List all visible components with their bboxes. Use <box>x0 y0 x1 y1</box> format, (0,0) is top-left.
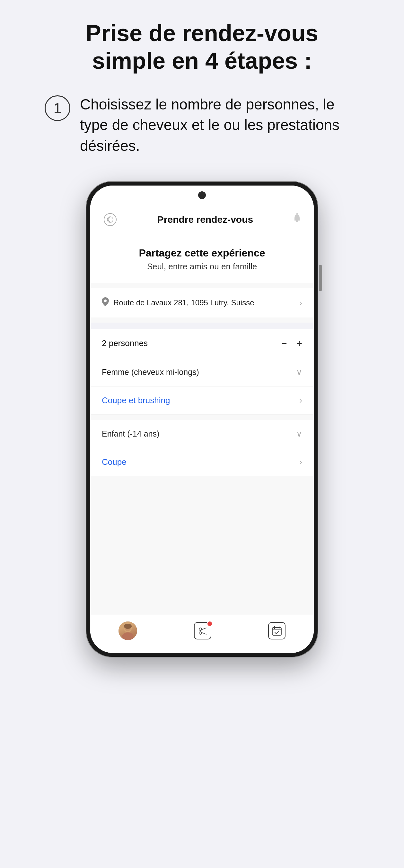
person2-service-chevron-icon: › <box>299 457 302 467</box>
persons-controls: − + <box>281 338 302 349</box>
scissors-badge <box>207 621 212 627</box>
person2-service-row[interactable]: Coupe › <box>90 448 314 476</box>
person1-dropdown-icon: ∨ <box>296 367 302 377</box>
bell-icon[interactable] <box>292 213 302 226</box>
camera-dot <box>198 191 206 199</box>
person1-service-row[interactable]: Coupe et brushing › <box>90 386 314 415</box>
location-left: Route de Lavaux 281, 1095 Lutry, Suisse <box>102 297 254 309</box>
back-icon <box>104 213 117 226</box>
persons-label: 2 personnes <box>102 338 148 348</box>
experience-subtitle: Seul, entre amis ou en famille <box>102 261 302 272</box>
svg-point-6 <box>124 624 132 629</box>
svg-rect-11 <box>272 627 281 635</box>
plus-button[interactable]: + <box>296 338 302 349</box>
nav-item-profile[interactable] <box>118 621 137 640</box>
scissors-box <box>194 622 211 640</box>
person2-hair-type: Enfant (-14 ans) <box>102 429 159 438</box>
phone-wrapper: Prendre rendez-vous Partagez cette expér… <box>13 182 391 657</box>
location-pin-icon <box>102 297 109 309</box>
phone-top-bar <box>90 186 314 205</box>
person1-hair-type: Femme (cheveux mi-longs) <box>102 368 199 377</box>
experience-section: Partagez cette expérience Seul, entre am… <box>90 234 314 283</box>
svg-line-10 <box>201 632 206 634</box>
person1-service-chevron-icon: › <box>299 396 302 405</box>
content-spacer <box>90 476 314 572</box>
app-content: Partagez cette expérience Seul, entre am… <box>90 234 314 615</box>
person2-section: Enfant (-14 ans) ∨ Coupe › <box>90 420 314 476</box>
minus-button[interactable]: − <box>281 338 287 349</box>
app-header: Prendre rendez-vous <box>90 205 314 234</box>
person2-service: Coupe <box>102 457 126 467</box>
svg-point-4 <box>122 632 134 640</box>
header-title: Prendre rendez-vous <box>157 214 253 225</box>
persons-row: 2 personnes − + <box>90 329 314 358</box>
location-address: Route de Lavaux 281, 1095 Lutry, Suisse <box>113 298 254 307</box>
svg-point-2 <box>104 300 107 302</box>
nav-item-scissors[interactable] <box>194 622 211 640</box>
svg-line-9 <box>201 628 206 630</box>
location-row[interactable]: Route de Lavaux 281, 1095 Lutry, Suisse … <box>90 288 314 317</box>
person1-section: Femme (cheveux mi-longs) ∨ Coupe et brus… <box>90 358 314 415</box>
step-1-row: 1 Choisissez le nombre de personnes, le … <box>45 94 359 156</box>
page-title: Prise de rendez-vous simple en 4 étapes … <box>57 19 347 75</box>
person1-hair-type-row[interactable]: Femme (cheveux mi-longs) ∨ <box>90 358 314 386</box>
nav-item-calendar[interactable] <box>268 622 286 640</box>
person2-dropdown-icon: ∨ <box>296 429 302 439</box>
scissors-nav-icon <box>194 622 211 640</box>
experience-title: Partagez cette expérience <box>102 247 302 259</box>
profile-avatar <box>118 621 137 640</box>
location-chevron-icon: › <box>299 298 302 308</box>
svg-rect-1 <box>296 213 298 214</box>
bottom-nav <box>90 615 314 653</box>
person1-service: Coupe et brushing <box>102 396 170 405</box>
phone-screen: Prendre rendez-vous Partagez cette expér… <box>90 186 314 653</box>
calendar-nav-icon <box>268 622 286 640</box>
step-description: Choisissez le nombre de personnes, le ty… <box>80 94 359 156</box>
back-button[interactable] <box>102 211 118 228</box>
person2-hair-type-row[interactable]: Enfant (-14 ans) ∨ <box>90 420 314 448</box>
step-circle-1: 1 <box>45 95 70 121</box>
phone-mockup: Prendre rendez-vous Partagez cette expér… <box>86 182 318 657</box>
gray-spacer-1 <box>90 322 314 329</box>
